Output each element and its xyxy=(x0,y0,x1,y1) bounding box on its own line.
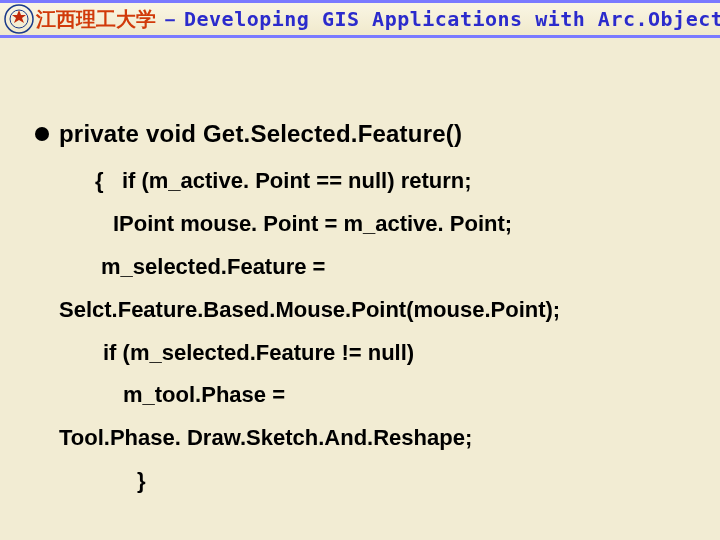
bullet-item: private void Get.Selected.Feature() xyxy=(35,120,700,148)
code-line: Tool.Phase. Draw.Sketch.And.Reshape; xyxy=(59,417,700,460)
code-line: { if (m_active. Point == null) return; xyxy=(95,160,700,203)
method-signature: private void Get.Selected.Feature() xyxy=(59,120,462,148)
code-line: if (m_selected.Feature != null) xyxy=(103,332,700,375)
code-line: m_selected.Feature = xyxy=(101,246,700,289)
code-line: Selct.Feature.Based.Mouse.Point(mouse.Po… xyxy=(59,289,700,332)
bullet-icon xyxy=(35,127,49,141)
title-separator: － xyxy=(160,6,180,33)
code-block: { if (m_active. Point == null) return; I… xyxy=(95,160,700,503)
university-name: 江西理工大学 xyxy=(36,6,156,33)
code-line: IPoint mouse. Point = m_active. Point; xyxy=(113,203,700,246)
code-line: } xyxy=(137,460,700,503)
course-title: Developing GIS Applications with Arc.Obj… xyxy=(184,7,720,31)
slide: 江西理工大学 － Developing GIS Applications wit… xyxy=(0,0,720,540)
title-bar: 江西理工大学 － Developing GIS Applications wit… xyxy=(0,0,720,38)
code-line: m_tool.Phase = xyxy=(123,374,700,417)
university-logo-icon xyxy=(4,4,34,34)
slide-content: private void Get.Selected.Feature() { if… xyxy=(35,120,700,503)
